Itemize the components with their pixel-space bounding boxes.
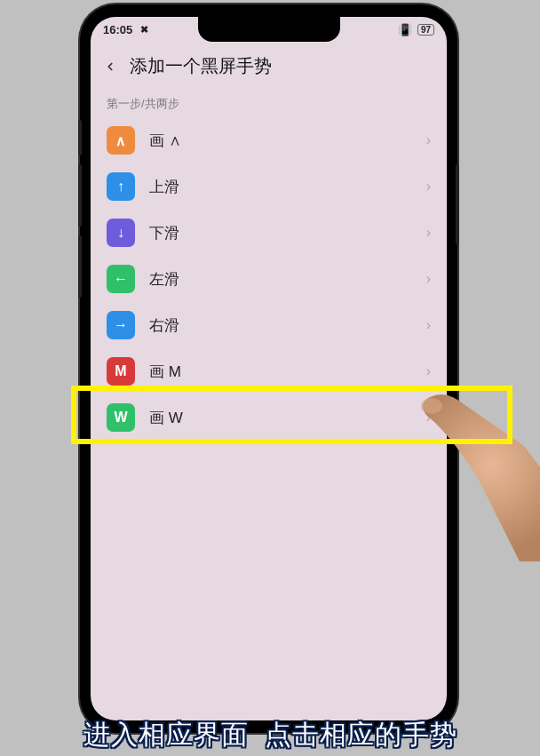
list-item-label: 画 W [149,408,426,428]
list-item-swipe-left[interactable]: ← 左滑 › [91,256,447,302]
chevron-right-icon: › [426,363,431,379]
list-item-label: 下滑 [149,223,426,243]
battery-indicator: 97 [417,24,434,36]
phone-frame: 16:05 ✖ 📳 97 添加一个黑屏手势 第一步/共两步 ∧ 画 ∧ › ↑ [80,4,457,733]
chevron-right-icon: › [426,317,431,333]
arrow-up-icon: ↑ [107,172,135,201]
chevron-right-icon: › [426,132,431,148]
chevron-right-icon: › [426,225,431,241]
subtitle-text: 点击相应的手势 [265,717,457,753]
list-item-label: 上滑 [149,177,426,197]
list-item-draw-caret[interactable]: ∧ 画 ∧ › [91,117,447,163]
chevron-right-icon: › [426,179,431,195]
status-indicator-icon: ✖ [138,24,151,36]
volume-button [78,235,82,298]
arrow-right-icon: → [107,311,135,339]
list-item-label: 左滑 [149,269,426,290]
back-button[interactable] [101,58,119,76]
list-item-label: 右滑 [149,315,426,336]
step-hint: 第一步/共两步 [91,89,447,117]
notch [198,17,340,42]
list-item-swipe-up[interactable]: ↑ 上滑 › [91,163,447,210]
arrow-down-icon: ↓ [107,219,135,247]
arrow-left-icon: ← [107,265,135,293]
list-item-label: 画 M [149,362,426,382]
status-time: 16:05 [103,23,132,36]
volume-button [78,120,82,155]
volume-button [78,164,82,227]
list-item-swipe-right[interactable]: → 右滑 › [91,302,447,348]
list-item-draw-w[interactable]: W 画 W › [91,394,447,441]
screen: 16:05 ✖ 📳 97 添加一个黑屏手势 第一步/共两步 ∧ 画 ∧ › ↑ [91,17,447,720]
list-item-draw-m[interactable]: M 画 M › [91,348,447,394]
video-subtitle: 进入相应界面 点击相应的手势 [0,713,540,756]
header: 添加一个黑屏手势 [91,42,447,89]
chevron-right-icon: › [426,271,431,287]
page-title: 添加一个黑屏手势 [130,54,272,78]
list-item-swipe-down[interactable]: ↓ 下滑 › [91,210,447,256]
caret-icon: ∧ [107,126,135,155]
vibrate-icon: 📳 [398,23,412,36]
list-item-label: 画 ∧ [149,131,426,151]
letter-m-icon: M [107,357,135,386]
gesture-list: ∧ 画 ∧ › ↑ 上滑 › ↓ 下滑 › ← 左滑 › → 右滑 [91,117,447,441]
letter-w-icon: W [107,403,135,432]
subtitle-text: 进入相应界面 [83,717,249,753]
chevron-right-icon: › [426,410,431,426]
power-button [456,164,459,244]
